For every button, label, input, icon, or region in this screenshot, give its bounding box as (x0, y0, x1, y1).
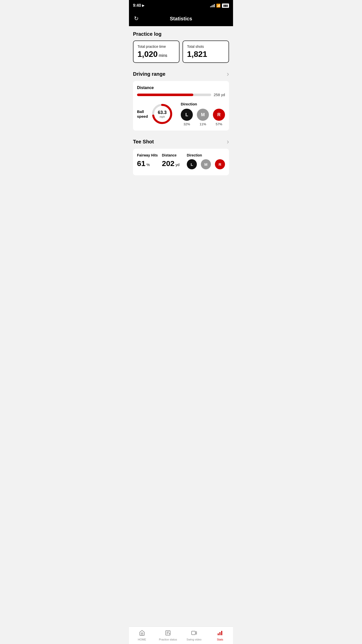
tee-shot-title: Tee Shot (133, 139, 154, 145)
total-shots-value: 1,821 (187, 50, 224, 59)
direction-bubble-R: R (213, 109, 225, 121)
fairway-hits-value: 61 % (137, 159, 162, 168)
tee-direction-col: Direction L M R (187, 153, 225, 171)
wifi-icon: 📶 (216, 4, 220, 8)
location-icon: ▶ (142, 4, 144, 7)
bottom-nav: HOME Practice status Swing video (129, 626, 233, 644)
driving-range-header: Driving range › (133, 70, 229, 78)
tee-direction-bubbles: L M R (187, 159, 225, 169)
tee-row: Fairway Hits 61 % Distance 202 yd Direct… (137, 153, 225, 171)
tee-shot-header: Tee Shot › (133, 138, 229, 146)
fairway-hits-col: Fairway Hits 61 % (137, 153, 162, 168)
nav-practice-status[interactable]: Practice status (155, 627, 181, 644)
practice-time-label: Total practice time (138, 45, 175, 49)
nav-stats-label: Stats (217, 638, 223, 641)
ball-speed-section: Ballspeed 63.3 mph (137, 103, 176, 125)
direction-pct-M: 11% (197, 122, 209, 126)
nav-home-label: HOME (138, 638, 146, 641)
distance-progress-bar-bg (137, 94, 211, 96)
nav-practice-status-label: Practice status (159, 638, 177, 641)
practice-log-title: Practice log (133, 31, 229, 37)
practice-log-section: Practice log Total practice time 1,020 m… (133, 31, 229, 63)
tee-distance-label: Distance (162, 153, 187, 157)
direction-pcts: 32% 11% 57% (181, 122, 225, 126)
direction-bubble-M: M (197, 109, 209, 121)
driving-range-title: Driving range (133, 71, 165, 77)
distance-value: 258 yd (214, 93, 225, 97)
metrics-row: Ballspeed 63.3 mph Direction (137, 102, 225, 126)
direction-pct-R: 57% (213, 122, 225, 126)
ball-speed-label: Ballspeed (137, 109, 148, 119)
driving-range-section: Driving range › Distance 258 yd Ballspee… (133, 70, 229, 131)
driving-range-chevron[interactable]: › (227, 70, 229, 78)
direction-bubbles: L M R (181, 109, 225, 121)
page-title: Statistics (170, 16, 192, 22)
distance-progress-row: 258 yd (137, 93, 225, 97)
refresh-button[interactable]: ↻ (134, 15, 139, 22)
nav-swing-video[interactable]: Swing video (181, 627, 207, 644)
status-icons: 📶 ▮▮▮ (210, 4, 229, 8)
tee-direction-bubble-R: R (215, 159, 225, 169)
tee-shot-section: Tee Shot › Fairway Hits 61 % Distance 20… (133, 138, 229, 175)
main-content: Practice log Total practice time 1,020 m… (129, 26, 233, 208)
nav-swing-video-label: Swing video (187, 638, 201, 641)
tee-direction-label: Direction (187, 153, 225, 157)
svg-marker-7 (195, 632, 197, 634)
status-time: 9:40 ▶ (133, 3, 144, 8)
fairway-hits-label: Fairway Hits (137, 153, 162, 157)
svg-rect-6 (192, 631, 195, 635)
tee-distance-value: 202 yd (162, 159, 187, 168)
nav-home[interactable]: HOME (129, 627, 155, 644)
tee-shot-chevron[interactable]: › (227, 138, 229, 146)
ball-speed-donut: 63.3 mph (151, 103, 173, 125)
total-shots-label: Total shots (187, 45, 224, 49)
direction-section: Direction L M R 32% 11% 57% (176, 102, 225, 126)
tee-direction-bubble-M: M (201, 159, 211, 169)
svg-rect-8 (218, 633, 219, 635)
svg-rect-10 (221, 631, 222, 635)
nav-stats[interactable]: Stats (207, 627, 233, 644)
swing-video-icon (191, 630, 197, 637)
header: ↻ Statistics (129, 11, 233, 26)
tee-shot-card: Fairway Hits 61 % Distance 202 yd Direct… (133, 149, 229, 175)
ball-speed-value: 63.3 (158, 110, 167, 115)
signal-icon (210, 4, 215, 7)
total-shots-card: Total shots 1,821 (183, 41, 229, 63)
ball-speed-center: 63.3 mph (158, 110, 167, 118)
distance-label: Distance (137, 86, 225, 90)
battery-icon: ▮▮▮ (222, 4, 229, 8)
home-icon (139, 630, 145, 637)
ball-speed-unit: mph (158, 115, 167, 118)
driving-range-card: Distance 258 yd Ballspeed (133, 81, 229, 131)
practice-log-row: Total practice time 1,020 mins Total sho… (133, 41, 229, 63)
stats-icon (217, 630, 223, 637)
practice-status-icon (165, 630, 171, 637)
status-bar: 9:40 ▶ 📶 ▮▮▮ (129, 0, 233, 11)
direction-bubble-L: L (181, 109, 193, 121)
svg-rect-9 (219, 632, 220, 635)
tee-distance-col: Distance 202 yd (162, 153, 187, 168)
distance-progress-bar-fill (137, 94, 193, 96)
time-display: 9:40 (133, 3, 141, 8)
tee-direction-bubble-L: L (187, 159, 197, 169)
practice-time-value: 1,020 mins (138, 50, 175, 59)
direction-pct-L: 32% (181, 122, 193, 126)
direction-label: Direction (181, 102, 225, 106)
total-practice-time-card: Total practice time 1,020 mins (133, 41, 179, 63)
